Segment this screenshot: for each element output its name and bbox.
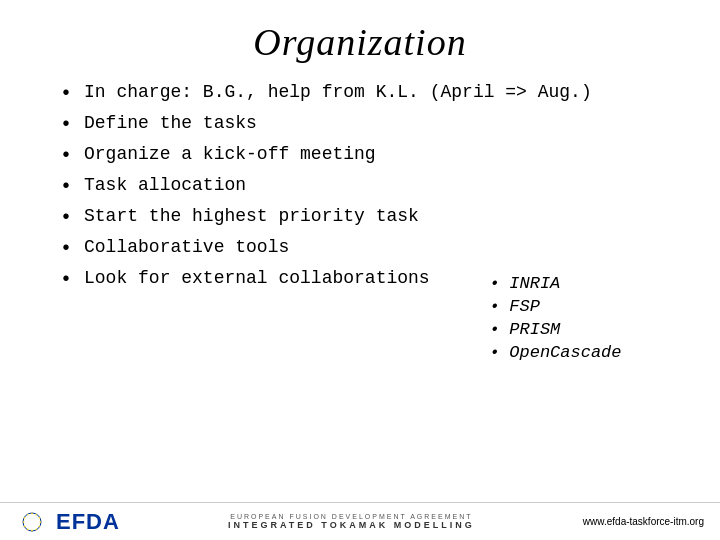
bullet-item-1: Define the tasks (60, 113, 680, 136)
efda-stars-icon (16, 511, 48, 533)
footer-line2: Integrated Tokamak Modelling (228, 520, 475, 530)
bullet-item-0: In charge: B.G., help from K.L. (April =… (60, 82, 680, 105)
bullet-list: In charge: B.G., help from K.L. (April =… (60, 82, 680, 374)
sub-item-6-1: FSP (490, 297, 622, 316)
footer: EFDA European Fusion Development Agreeme… (0, 502, 720, 540)
footer-line1: European Fusion Development Agreement (230, 513, 472, 520)
slide: Organization In charge: B.G., help from … (0, 0, 720, 540)
sub-item-6-3: OpenCascade (490, 343, 622, 362)
footer-website: www.efda-taskforce-itm.org (583, 516, 704, 527)
bullet-item-2: Organize a kick-off meeting (60, 144, 680, 167)
sub-item-6-0: INRIA (490, 274, 622, 293)
bullet-item-3: Task allocation (60, 175, 680, 198)
sub-item-6-2: PRISM (490, 320, 622, 339)
efda-logo: EFDA (16, 509, 120, 535)
svg-point-0 (23, 513, 41, 531)
bullet-item-6: Look for external collaborationsINRIAFSP… (60, 268, 680, 366)
footer-center: European Fusion Development Agreement In… (140, 513, 563, 530)
bullet-item-4: Start the highest priority task (60, 206, 680, 229)
slide-title: Organization (40, 20, 680, 64)
bullet-item-5: Collaborative tools (60, 237, 680, 260)
sub-list-6: INRIAFSPPRISMOpenCascade (490, 274, 622, 366)
efda-label: EFDA (56, 509, 120, 535)
